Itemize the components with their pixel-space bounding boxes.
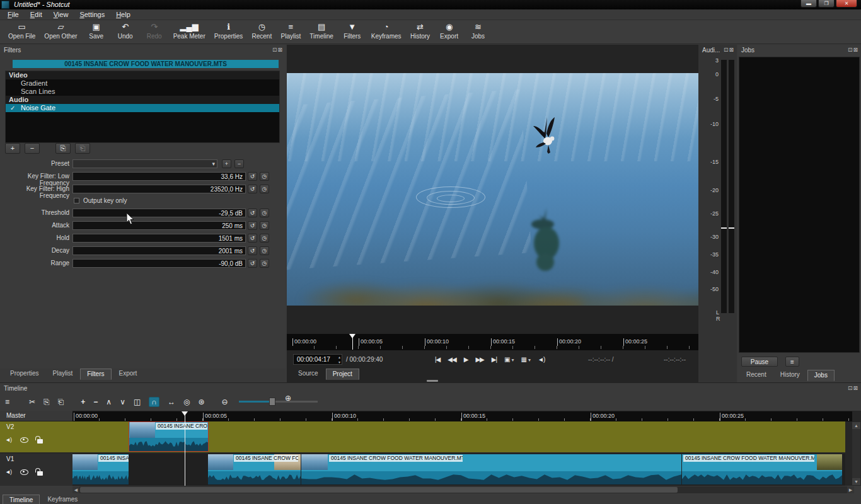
scroll-up-icon[interactable]: ▲ bbox=[852, 422, 860, 429]
range-slider[interactable]: -90,0 dB bbox=[72, 259, 246, 268]
keyframe-stopwatch-icon[interactable]: ◷ bbox=[260, 209, 269, 217]
save-preset-button[interactable]: + bbox=[222, 159, 231, 168]
attack-slider[interactable]: 250 ms bbox=[72, 221, 246, 230]
timeline-horizontal-scrollbar[interactable]: ◀ ▶ bbox=[72, 486, 854, 493]
overwrite-button[interactable]: ∨ bbox=[120, 398, 125, 406]
tab-history[interactable]: History bbox=[774, 370, 806, 381]
zoom-out-button[interactable]: ⊖ bbox=[221, 398, 228, 406]
close-panel-icon[interactable]: ⊠ bbox=[853, 47, 858, 53]
menu-settings[interactable]: Settings bbox=[74, 10, 110, 19]
split-button[interactable]: ◫ bbox=[134, 398, 141, 406]
jobs-menu-button[interactable]: ≡ bbox=[785, 357, 799, 367]
scroll-right-icon[interactable]: ▶ bbox=[847, 486, 854, 493]
filter-enabled-checkbox[interactable]: ✓ bbox=[10, 104, 15, 112]
menu-file[interactable]: File bbox=[3, 10, 24, 19]
menu-view[interactable]: View bbox=[49, 10, 74, 19]
zoom-in-button[interactable]: ⊕ bbox=[285, 394, 291, 403]
current-position-field[interactable]: 00:00:04:17 ▴▾ bbox=[293, 354, 342, 365]
lock-icon[interactable] bbox=[37, 439, 43, 444]
track-v1[interactable]: 00145 INSA 00145 INSANE CROW FOO 00145 I… bbox=[72, 454, 845, 486]
threshold-slider[interactable]: -29,5 dB bbox=[72, 209, 246, 217]
grid-options-button[interactable]: ▦▾ bbox=[521, 356, 530, 363]
timeline-playhead[interactable] bbox=[185, 411, 185, 486]
append-button[interactable]: + bbox=[81, 398, 85, 406]
timeline-clip[interactable]: 00145 INSA bbox=[72, 454, 129, 484]
paste-filters-button[interactable]: ⎗ bbox=[75, 143, 90, 154]
tab-playlist[interactable]: Playlist bbox=[47, 369, 79, 380]
keyframe-stopwatch-icon[interactable]: ◷ bbox=[260, 259, 269, 268]
keyframe-stopwatch-icon[interactable]: ◷ bbox=[260, 234, 269, 243]
ripple-all-tracks-toggle[interactable]: ⊛ bbox=[198, 398, 204, 406]
output-key-only-checkbox[interactable] bbox=[74, 198, 79, 203]
ripple-toggle[interactable]: ◎ bbox=[183, 398, 190, 406]
close-panel-icon[interactable]: ⊠ bbox=[277, 47, 283, 53]
track-head-master[interactable]: Master bbox=[0, 411, 72, 421]
tab-filters[interactable]: Filters bbox=[80, 369, 111, 380]
lift-button[interactable]: ∧ bbox=[106, 398, 112, 406]
volume-button[interactable]: ◄) bbox=[538, 356, 545, 363]
timeline-ruler[interactable]: 00:00:00 00:00:05 00:00:10 00:00:15 00:0… bbox=[72, 411, 852, 421]
reset-icon[interactable]: ↺ bbox=[248, 259, 257, 268]
timeline-vertical-scrollbar[interactable]: ▲ ▼ bbox=[852, 422, 860, 485]
playlist-button[interactable]: ≡Playlist bbox=[276, 20, 305, 43]
rewind-button[interactable]: ◀◀ bbox=[448, 356, 456, 363]
add-filter-button[interactable]: + bbox=[5, 143, 20, 154]
low-frequency-slider[interactable]: 33,6 Hz bbox=[72, 172, 246, 181]
timeline-menu-button[interactable]: ≡ bbox=[5, 398, 9, 406]
keyframes-button[interactable]: ◔Keyframes bbox=[367, 20, 406, 43]
reset-icon[interactable]: ↺ bbox=[248, 221, 257, 230]
cut-button[interactable]: ✂ bbox=[29, 398, 35, 406]
tab-recent[interactable]: Recent bbox=[740, 370, 773, 381]
tab-source[interactable]: Source bbox=[292, 369, 325, 380]
remove-filter-button[interactable]: − bbox=[25, 143, 40, 154]
loop-options-button[interactable]: ▣▾ bbox=[504, 356, 513, 363]
scrollbar-thumb[interactable] bbox=[80, 487, 678, 493]
filter-item-gradient[interactable]: Gradient bbox=[6, 79, 279, 88]
high-frequency-slider[interactable]: 23520,0 Hz bbox=[72, 185, 246, 193]
decay-slider[interactable]: 2001 ms bbox=[72, 246, 246, 255]
maximize-button[interactable]: ❐ bbox=[818, 0, 835, 8]
recent-button[interactable]: ◷Recent bbox=[247, 20, 276, 43]
filter-item-noise-gate[interactable]: ✓ Noise Gate bbox=[6, 104, 279, 112]
tab-export[interactable]: Export bbox=[113, 369, 144, 380]
snap-toggle[interactable]: ∩ bbox=[149, 397, 159, 407]
reset-icon[interactable]: ↺ bbox=[248, 234, 257, 243]
jobs-button[interactable]: ≋Jobs bbox=[464, 20, 493, 43]
timeline-clip[interactable]: 00145 INSANE CROW FOO bbox=[208, 454, 301, 484]
tab-properties[interactable]: Properties bbox=[4, 369, 45, 380]
fast-forward-button[interactable]: ▶▶ bbox=[475, 356, 483, 363]
minimize-button[interactable]: ▬ bbox=[800, 0, 817, 8]
tab-jobs[interactable]: Jobs bbox=[807, 370, 835, 381]
ripple-delete-button[interactable]: − bbox=[93, 398, 98, 406]
history-button[interactable]: ⇄History bbox=[406, 20, 435, 43]
timeline-clip[interactable]: 00145 INSANE CROW FOOD WATER MANOUVER.MT… bbox=[682, 454, 842, 484]
tab-project[interactable]: Project bbox=[326, 369, 359, 380]
mute-icon[interactable]: ◄) bbox=[5, 437, 11, 443]
timeline-zoom-slider[interactable] bbox=[239, 401, 318, 403]
filter-item-scan-lines[interactable]: Scan Lines bbox=[6, 88, 279, 96]
keyframe-stopwatch-icon[interactable]: ◷ bbox=[260, 221, 269, 230]
keyframe-stopwatch-icon[interactable]: ◷ bbox=[260, 246, 269, 255]
player-playhead[interactable] bbox=[352, 335, 353, 350]
play-button[interactable]: ▶ bbox=[464, 356, 468, 363]
copy-button[interactable]: ⎘ bbox=[43, 398, 50, 406]
pause-button[interactable]: Pause bbox=[741, 357, 778, 367]
open-file-button[interactable]: ▭Open File bbox=[4, 20, 40, 43]
undo-button[interactable]: ↶Undo bbox=[111, 20, 140, 43]
timeline-clip[interactable]: 00145 INSANE CROW bbox=[129, 422, 208, 451]
menu-help[interactable]: Help bbox=[111, 10, 136, 19]
timeline-clip[interactable]: 00145 INSANE CROW FOOD WATER MANOUVER.MT… bbox=[301, 454, 681, 484]
menu-edit[interactable]: Edit bbox=[25, 10, 47, 19]
export-button[interactable]: ◉Export bbox=[435, 20, 464, 43]
hide-eye-icon[interactable] bbox=[20, 437, 28, 443]
timeline-button[interactable]: ▤Timeline bbox=[305, 20, 337, 43]
skip-to-end-button[interactable]: ▶| bbox=[492, 356, 497, 363]
track-head-v2[interactable]: V2 ◄) bbox=[0, 421, 72, 452]
reset-icon[interactable]: ↺ bbox=[248, 246, 257, 255]
close-button[interactable]: ✕ bbox=[836, 0, 857, 8]
paste-button[interactable]: ⎗ bbox=[58, 398, 64, 406]
track-head-v1[interactable]: V1 ◄) bbox=[0, 454, 72, 486]
skip-to-start-button[interactable]: |◀ bbox=[435, 356, 440, 363]
copy-filters-button[interactable]: ⎘ bbox=[55, 143, 71, 154]
filters-button[interactable]: ▼Filters bbox=[338, 20, 367, 43]
